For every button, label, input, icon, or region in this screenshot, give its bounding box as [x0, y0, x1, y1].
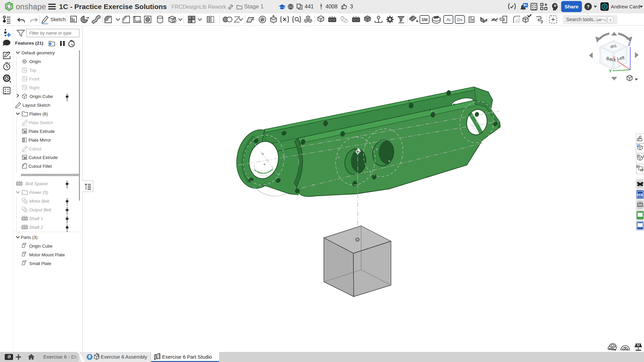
- svg-text:alt/⌥: alt/⌥: [597, 18, 606, 22]
- svg-text:Z: Z: [628, 42, 631, 47]
- svg-text:Exercise 6 Assembly: Exercise 6 Assembly: [101, 354, 147, 360]
- svg-text:MK: MK: [637, 193, 644, 197]
- svg-text:btn: btn: [639, 201, 641, 203]
- svg-text:Ds: Ds: [457, 17, 462, 22]
- svg-text:Ai: Ai: [446, 17, 450, 22]
- svg-text:9+: 9+: [524, 3, 528, 7]
- svg-text:Exercise 6 Part Studio: Exercise 6 Part Studio: [162, 354, 212, 360]
- svg-text:Search tools...: Search tools...: [566, 17, 597, 22]
- svg-text:c: c: [609, 18, 611, 22]
- svg-text:?: ?: [587, 4, 590, 9]
- svg-text:X: X: [613, 56, 615, 60]
- svg-text:Y: Y: [609, 68, 612, 73]
- svg-text:x): x): [640, 168, 644, 172]
- svg-text:SM: SM: [422, 17, 428, 22]
